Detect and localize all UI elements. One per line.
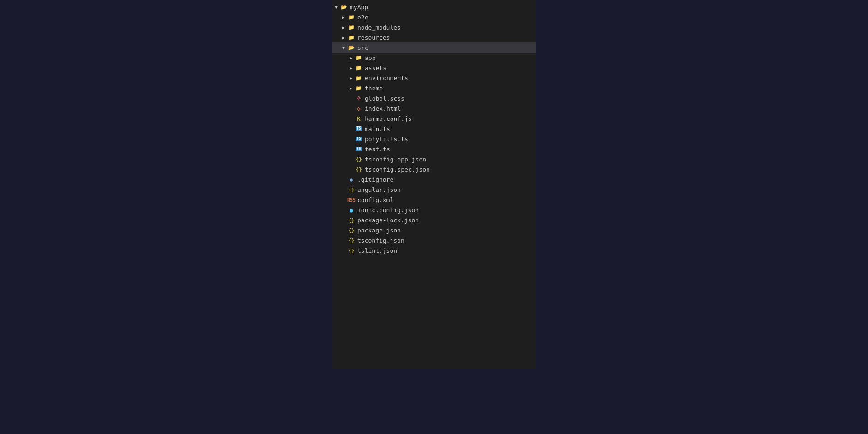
tree-item-assets[interactable]: ▶ 📁 assets	[332, 63, 536, 73]
tree-item-main.ts[interactable]: TS main.ts	[332, 124, 536, 134]
item-label: main.ts	[365, 125, 390, 132]
json-icon: {}	[347, 236, 356, 244]
item-label: node_modules	[357, 24, 401, 31]
tree-item-e2e[interactable]: ▶ 📁 e2e	[332, 12, 536, 22]
json-icon: {}	[347, 216, 356, 224]
html-icon: ◇	[355, 104, 363, 113]
folder-icon: 📁	[355, 54, 363, 62]
arrow-icon: ▶	[347, 65, 355, 71]
tree-item-polyfills.ts[interactable]: TS polyfills.ts	[332, 134, 536, 144]
item-label: polyfills.ts	[365, 136, 408, 143]
ionic-icon: ●	[347, 206, 356, 214]
arrow-icon: ▶	[347, 76, 355, 81]
item-label: angular.json	[357, 186, 401, 193]
item-label: karma.conf.js	[365, 115, 412, 122]
json-icon: {}	[347, 185, 356, 194]
tree-item-angular.json[interactable]: {} angular.json	[332, 184, 536, 195]
xml-icon: RSS	[347, 196, 356, 204]
tree-item-resources[interactable]: ▶ 📁 resources	[332, 32, 536, 42]
tree-item-test.ts[interactable]: TS test.ts	[332, 144, 536, 154]
item-label: assets	[365, 65, 386, 71]
json-icon: {}	[347, 246, 356, 255]
item-label: tsconfig.json	[357, 237, 404, 244]
tree-item-config.xml[interactable]: RSS config.xml	[332, 195, 536, 205]
folder-icon: 📁	[347, 33, 356, 42]
tree-item-tsconfig.app.json[interactable]: {} tsconfig.app.json	[332, 154, 536, 164]
item-label: e2e	[357, 14, 368, 21]
folder-open-icon: 📂	[340, 3, 348, 11]
tree-item-package.json[interactable]: {} package.json	[332, 225, 536, 235]
arrow-icon: ▼	[332, 5, 340, 10]
arrow-icon: ▼	[340, 45, 347, 50]
item-label: environments	[365, 75, 408, 82]
tree-item-tsconfig.json[interactable]: {} tsconfig.json	[332, 235, 536, 245]
tree-item-app[interactable]: ▶ 📁 app	[332, 53, 536, 63]
ts-icon: TS	[355, 135, 363, 143]
arrow-icon: ▶	[347, 86, 355, 91]
tree-item-theme[interactable]: ▶ 📁 theme	[332, 83, 536, 93]
tree-item-.gitignore[interactable]: ◆ .gitignore	[332, 174, 536, 184]
arrow-icon: ▶	[340, 25, 347, 30]
item-label: tsconfig.spec.json	[365, 166, 430, 173]
tree-item-myApp[interactable]: ▼ 📂 myApp	[332, 2, 536, 12]
item-label: app	[365, 54, 375, 61]
item-label: tsconfig.app.json	[365, 156, 426, 163]
scss-icon: ⚘	[355, 94, 363, 102]
tree-item-ionic.config.json[interactable]: ● ionic.config.json	[332, 205, 536, 215]
karma-icon: K	[355, 114, 363, 123]
tree-item-tsconfig.spec.json[interactable]: {} tsconfig.spec.json	[332, 164, 536, 174]
tree-item-node_modules[interactable]: ▶ 📁 node_modules	[332, 22, 536, 32]
item-label: src	[357, 44, 368, 51]
json-icon: {}	[355, 155, 363, 163]
item-label: package.json	[357, 227, 401, 234]
folder-icon: 📁	[355, 64, 363, 72]
folder-icon: 📁	[355, 74, 363, 82]
arrow-icon: ▶	[340, 35, 347, 40]
tree-item-global.scss[interactable]: ⚘ global.scss	[332, 93, 536, 103]
json-icon: {}	[347, 226, 356, 234]
tree-item-src[interactable]: ▼ 📂 src	[332, 42, 536, 53]
item-label: ionic.config.json	[357, 207, 419, 214]
folder-icon: 📁	[355, 84, 363, 92]
tree-item-tslint.json[interactable]: {} tslint.json	[332, 245, 536, 256]
item-label: test.ts	[365, 146, 390, 153]
folder-icon: 📁	[347, 13, 356, 21]
item-label: package-lock.json	[357, 217, 419, 224]
tree-item-index.html[interactable]: ◇ index.html	[332, 103, 536, 113]
item-label: resources	[357, 34, 390, 41]
item-label: .gitignore	[357, 176, 393, 183]
gitignore-icon: ◆	[347, 175, 356, 184]
item-label: tslint.json	[357, 247, 397, 254]
item-label: global.scss	[365, 95, 404, 102]
ts-icon: TS	[355, 125, 363, 133]
arrow-icon: ▶	[347, 55, 355, 60]
item-label: index.html	[365, 105, 401, 112]
folder-open-icon: 📂	[347, 43, 356, 52]
item-label: myApp	[350, 4, 368, 11]
json-icon: {}	[355, 165, 363, 173]
arrow-icon: ▶	[340, 15, 347, 20]
tree-item-environments[interactable]: ▶ 📁 environments	[332, 73, 536, 83]
item-label: theme	[365, 85, 383, 92]
file-explorer: ▼ 📂 myApp ▶ 📁 e2e ▶ 📁 node_modules ▶ 📁 r…	[332, 0, 536, 369]
ts-icon: TS	[355, 145, 363, 153]
tree-item-package-lock.json[interactable]: {} package-lock.json	[332, 215, 536, 225]
tree-item-karma.conf.js[interactable]: K karma.conf.js	[332, 113, 536, 124]
item-label: config.xml	[357, 196, 393, 203]
folder-icon: 📁	[347, 23, 356, 31]
